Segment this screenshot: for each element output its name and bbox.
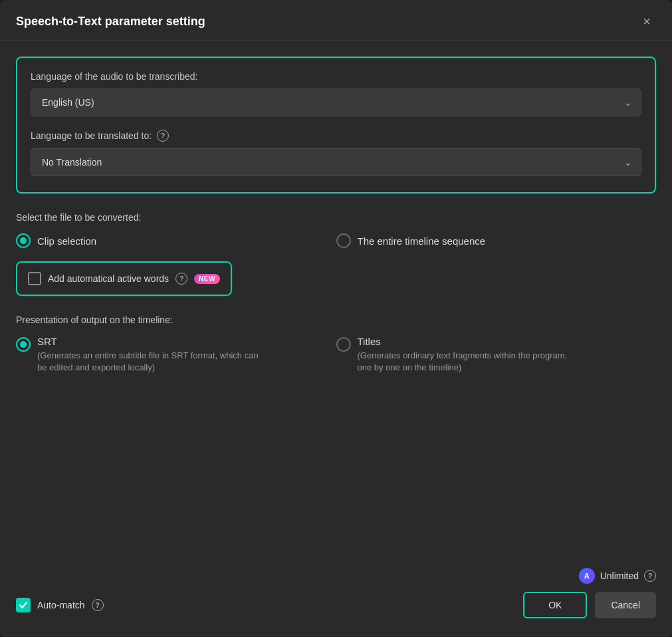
file-section: Select the file to be converted: Clip se… <box>16 212 656 248</box>
titles-radio[interactable] <box>336 337 351 352</box>
active-words-help-icon[interactable]: ? <box>175 273 187 285</box>
translate-label: Language to be translated to: <box>31 130 152 141</box>
translate-label-row: Language to be translated to: ? <box>31 130 641 142</box>
language-section: Language of the audio to be transcribed:… <box>16 57 656 193</box>
footer-left: Auto-match ? <box>16 598 104 612</box>
translate-help-icon[interactable]: ? <box>157 130 169 142</box>
titles-desc: (Generates ordinary text fragments withi… <box>358 350 584 374</box>
titles-text: Titles (Generates ordinary text fragment… <box>358 336 584 374</box>
active-words-label: Add automatical active words <box>48 273 169 284</box>
cancel-button[interactable]: Cancel <box>595 592 656 618</box>
transcribe-select[interactable]: English (US) English (UK) Spanish French… <box>31 88 641 116</box>
dialog-footer: Auto-match ? OK Cancel <box>16 592 656 618</box>
ok-button[interactable]: OK <box>523 592 587 618</box>
unlimited-row: A Unlimited ? <box>16 568 656 584</box>
dialog: Speech-to-Text parameter setting × Langu… <box>0 0 672 637</box>
unlimited-text: Unlimited <box>600 571 639 581</box>
timeline-label: The entire timeline sequence <box>358 235 486 247</box>
clip-selection-radio[interactable] <box>16 233 31 248</box>
ai-badge: A <box>579 568 595 584</box>
presentation-label: Presentation of output on the timeline: <box>16 315 656 325</box>
srt-desc: (Generates an entire subtitle file in SR… <box>37 350 263 374</box>
auto-match-label: Auto-match <box>37 600 85 610</box>
translate-select[interactable]: No Translation English Spanish French <box>31 148 641 176</box>
clip-selection-option[interactable]: Clip selection <box>16 233 336 248</box>
ai-badge-label: A <box>584 572 590 580</box>
dialog-body: Language of the audio to be transcribed:… <box>0 41 672 568</box>
srt-radio[interactable] <box>16 337 31 352</box>
transcribe-select-wrapper: English (US) English (UK) Spanish French… <box>31 88 641 116</box>
checkmark-icon <box>19 600 28 610</box>
transcribe-label: Language of the audio to be transcribed: <box>31 71 641 82</box>
titles-option[interactable]: Titles (Generates ordinary text fragment… <box>336 336 657 374</box>
close-button[interactable]: × <box>637 12 656 31</box>
auto-match-help-icon[interactable]: ? <box>92 599 104 611</box>
output-options-row: SRT (Generates an entire subtitle file i… <box>16 336 656 374</box>
titles-title: Titles <box>358 336 584 347</box>
active-words-checkbox[interactable] <box>28 272 41 285</box>
presentation-section: Presentation of output on the timeline: … <box>16 315 656 374</box>
new-badge: NEW <box>194 274 220 284</box>
file-section-label: Select the file to be converted: <box>16 212 656 223</box>
srt-option[interactable]: SRT (Generates an entire subtitle file i… <box>16 336 336 374</box>
timeline-option[interactable]: The entire timeline sequence <box>336 233 657 248</box>
auto-match-checkbox[interactable] <box>16 598 31 612</box>
unlimited-help-icon[interactable]: ? <box>644 570 656 582</box>
timeline-radio[interactable] <box>336 233 351 248</box>
footer-buttons: OK Cancel <box>523 592 656 618</box>
dialog-header: Speech-to-Text parameter setting × <box>0 0 672 41</box>
dialog-title: Speech-to-Text parameter setting <box>16 15 205 29</box>
clip-selection-label: Clip selection <box>37 235 96 247</box>
active-words-section: Add automatical active words ? NEW <box>16 261 232 296</box>
file-options-row: Clip selection The entire timeline seque… <box>16 233 656 248</box>
footer-area: A Unlimited ? Auto-match ? OK Cancel <box>0 568 672 637</box>
srt-text: SRT (Generates an entire subtitle file i… <box>37 336 263 374</box>
srt-title: SRT <box>37 336 263 347</box>
translate-select-wrapper: No Translation English Spanish French ⌄ <box>31 148 641 176</box>
